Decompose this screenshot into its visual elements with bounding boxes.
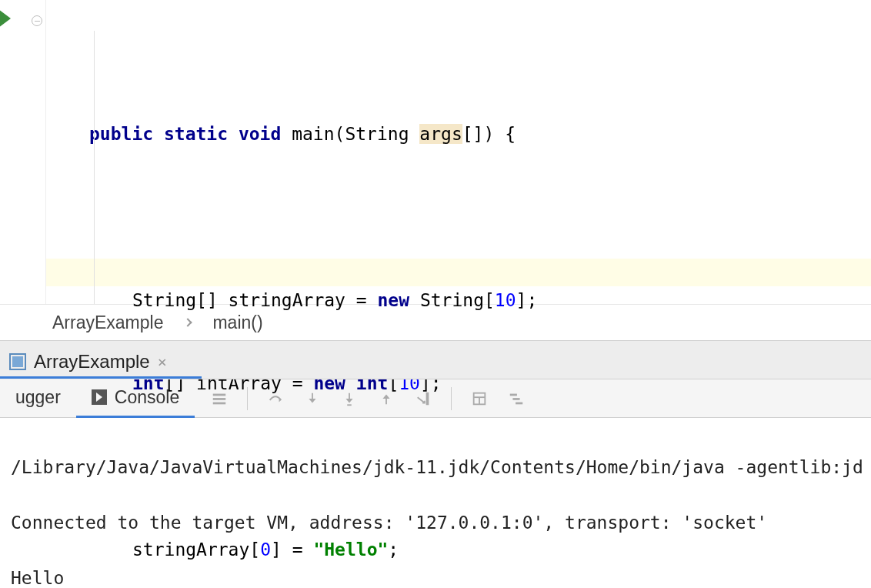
identifier: main [292,124,334,144]
text: stringArray[ [132,540,260,560]
type: String [345,124,409,144]
editor-area[interactable]: public static void main(String args[]) {… [0,0,871,304]
current-line-highlight [46,259,871,286]
code-line[interactable]: public static void main(String args[]) { [46,120,871,148]
number: 10 [495,290,516,310]
brackets: [] [462,124,484,144]
gutter [0,0,46,304]
code-line[interactable] [46,203,871,231]
keyword: public [89,124,153,144]
run-tab-bar: ArrayExample × [0,341,871,379]
number: 0 [260,540,271,560]
text: ) { [483,124,516,144]
fold-marker-icon[interactable] [32,15,42,26]
keyword: void [239,124,281,144]
keyword: static [164,124,228,144]
text: String[] stringArray = [132,290,378,310]
run-gutter-icon[interactable] [0,9,11,28]
run-config-tab[interactable]: ArrayExample × [0,341,181,379]
highlighted-identifier: args [419,124,462,144]
string: "Hello" [313,540,388,560]
code-line[interactable] [46,453,871,480]
console-play-icon [92,389,107,405]
text: ] = [271,540,313,560]
code-block[interactable]: public static void main(String args[]) {… [46,0,871,304]
keyword: new [378,290,410,310]
run-tab-label: ArrayExample [34,351,150,373]
code-line[interactable]: stringArray[0] = "Hello"; [46,536,871,563]
indent-guide [94,31,95,304]
text: ; [388,540,399,560]
code-line[interactable]: String[] stringArray = new String[10]; [46,286,871,314]
application-icon [9,353,26,370]
text: String[ [409,290,495,310]
text: ]; [516,290,538,310]
active-tab-underline [0,376,202,379]
close-icon[interactable]: × [158,352,167,371]
